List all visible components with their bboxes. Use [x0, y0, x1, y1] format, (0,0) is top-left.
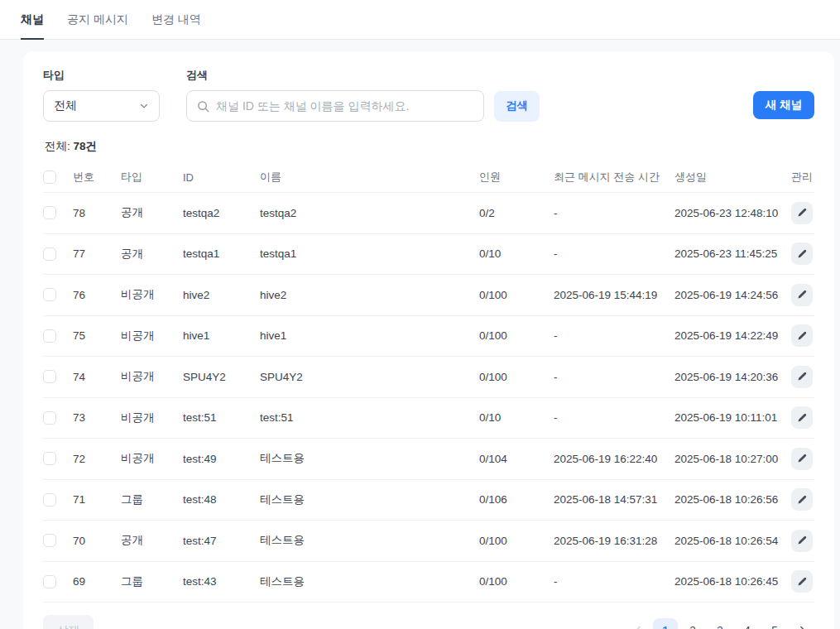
edit-button[interactable]: [791, 448, 813, 470]
cell-members: 0/2: [479, 207, 554, 219]
type-select[interactable]: 전체: [43, 90, 160, 122]
cell-id: testqa2: [183, 207, 260, 219]
row-checkbox[interactable]: [43, 452, 56, 465]
cell-type: 그룹: [121, 574, 183, 589]
cell-last-message: 2025-06-19 16:31:28: [554, 535, 674, 547]
filter-row: 타입 전체 검색 검색 새 채널: [43, 68, 814, 122]
edit-button[interactable]: [791, 242, 813, 265]
channel-table: 번호 타입 ID 이름 인원 최근 메시지 전송 시간 생성일 관리 78 공개…: [43, 162, 814, 603]
edit-button[interactable]: [791, 366, 813, 388]
row-checkbox[interactable]: [43, 575, 56, 588]
tab-channel[interactable]: 채널: [21, 12, 44, 40]
table-row: 73 비공개 test:51 test:51 0/10 - 2025-06-19…: [43, 398, 814, 439]
row-checkbox[interactable]: [43, 493, 56, 507]
edit-button[interactable]: [791, 202, 813, 224]
edit-button[interactable]: [791, 406, 813, 429]
cell-type: 비공개: [121, 369, 183, 384]
search-input-wrap: [186, 90, 484, 122]
delete-button[interactable]: 삭제: [43, 615, 94, 629]
new-channel-button[interactable]: 새 채널: [753, 91, 814, 119]
cell-id: test:48: [183, 493, 260, 506]
cell-last-message: -: [554, 207, 674, 219]
tab-change-history[interactable]: 변경 내역: [151, 12, 201, 39]
cell-type: 비공개: [121, 411, 183, 425]
row-checkbox[interactable]: [43, 329, 56, 343]
total-count-value: 78건: [74, 140, 98, 152]
select-all-checkbox[interactable]: [43, 170, 56, 184]
edit-button[interactable]: [791, 324, 813, 347]
cell-id: hive2: [183, 289, 260, 301]
channel-list-card: 타입 전체 검색 검색 새 채널 전체: 78건: [23, 51, 834, 629]
row-checkbox[interactable]: [43, 247, 56, 261]
row-checkbox[interactable]: [43, 370, 56, 383]
chevron-left-icon: [633, 625, 644, 629]
cell-name: hive2: [260, 289, 479, 301]
cell-created: 2025-06-23 12:48:10: [674, 207, 791, 219]
cell-id: testqa1: [183, 247, 260, 260]
pencil-icon: [797, 577, 807, 587]
cell-name: 테스트용: [260, 533, 479, 548]
table-row: 78 공개 testqa2 testqa2 0/2 - 2025-06-23 1…: [43, 193, 814, 234]
total-count-label: 전체:: [45, 140, 70, 152]
cell-created: 2025-06-18 10:27:00: [674, 453, 791, 465]
edit-button[interactable]: [791, 530, 813, 552]
cell-type: 그룹: [121, 492, 183, 507]
page-button-1[interactable]: 1: [653, 618, 678, 629]
row-checkbox[interactable]: [43, 534, 56, 547]
page-button-5[interactable]: 5: [762, 618, 787, 629]
edit-button[interactable]: [791, 488, 813, 511]
edit-button[interactable]: [791, 284, 813, 306]
page-buttons: 12345: [653, 618, 787, 629]
row-checkbox[interactable]: [43, 288, 56, 301]
table-footer: 삭제 12345: [43, 615, 814, 629]
tab-notice-message[interactable]: 공지 메시지: [67, 12, 128, 39]
cell-type: 공개: [121, 205, 183, 220]
col-header-type: 타입: [121, 170, 183, 185]
cell-no: 72: [73, 453, 121, 465]
cell-members: 0/100: [479, 371, 554, 383]
cell-name: testqa2: [260, 207, 479, 219]
table-body: 78 공개 testqa2 testqa2 0/2 - 2025-06-23 1…: [43, 193, 814, 603]
pencil-icon: [797, 372, 807, 382]
pencil-icon: [797, 290, 807, 300]
cell-id: SPU4Y2: [183, 371, 260, 383]
row-checkbox[interactable]: [43, 411, 56, 425]
prev-page-button[interactable]: [626, 618, 650, 629]
cell-members: 0/100: [479, 329, 554, 342]
cell-name: test:51: [260, 411, 479, 424]
cell-members: 0/10: [479, 411, 554, 424]
cell-members: 0/100: [479, 289, 554, 301]
cell-members: 0/104: [479, 453, 554, 465]
page-button-3[interactable]: 3: [708, 618, 732, 629]
cell-created: 2025-06-18 10:26:45: [674, 575, 791, 588]
cell-no: 77: [73, 247, 121, 260]
page-button-4[interactable]: 4: [735, 618, 760, 629]
col-header-members: 인원: [479, 170, 554, 185]
pagination: 12345: [626, 618, 814, 629]
cell-type: 비공개: [121, 287, 183, 302]
row-checkbox[interactable]: [43, 206, 56, 219]
chevron-down-icon: [139, 101, 149, 111]
pencil-icon: [797, 413, 807, 423]
next-page-button[interactable]: [790, 618, 814, 629]
page-button-2[interactable]: 2: [680, 618, 705, 629]
edit-button[interactable]: [791, 570, 813, 593]
cell-members: 0/100: [479, 575, 554, 588]
cell-no: 70: [73, 535, 121, 547]
cell-last-message: -: [554, 247, 674, 260]
table-row: 77 공개 testqa1 testqa1 0/10 - 2025-06-23 …: [43, 234, 814, 276]
table-header-row: 번호 타입 ID 이름 인원 최근 메시지 전송 시간 생성일 관리: [43, 162, 814, 193]
cell-type: 비공개: [121, 329, 183, 343]
cell-created: 2025-06-19 10:11:01: [674, 411, 791, 424]
cell-last-message: 2025-06-19 16:22:40: [554, 453, 674, 465]
pencil-icon: [797, 249, 807, 259]
pencil-icon: [797, 208, 807, 218]
search-input[interactable]: [216, 99, 473, 113]
cell-name: 테스트용: [260, 574, 479, 589]
search-button[interactable]: 검색: [494, 91, 540, 122]
cell-last-message: 2025-06-18 14:57:31: [554, 493, 674, 506]
pencil-icon: [797, 535, 807, 545]
table-row: 71 그룹 test:48 테스트용 0/106 2025-06-18 14:5…: [43, 480, 814, 521]
col-header-created: 생성일: [674, 170, 791, 185]
cell-created: 2025-06-19 14:24:56: [674, 289, 791, 301]
